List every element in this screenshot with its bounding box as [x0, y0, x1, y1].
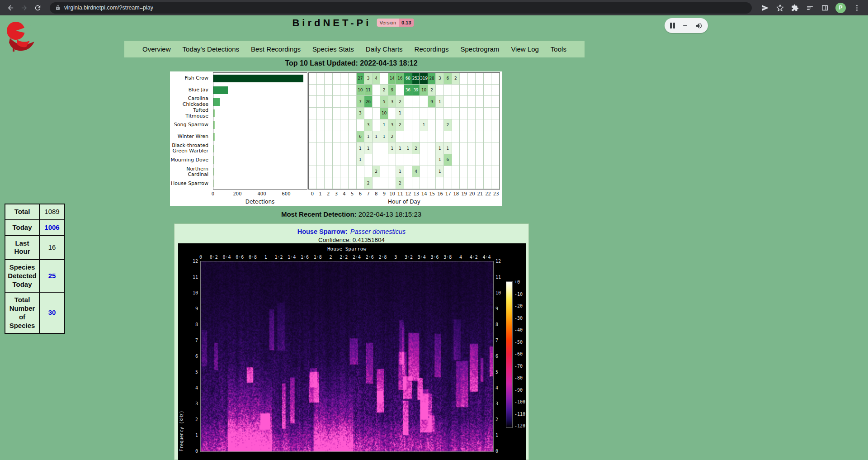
freq-tick-left: 5 [186, 370, 198, 375]
stats-label: Total [5, 204, 39, 220]
stats-value[interactable]: 25 [39, 260, 65, 292]
heatmap-cell [349, 73, 357, 85]
bar-row [213, 166, 307, 178]
heatmap-cell [420, 96, 428, 108]
heatmap-cell [333, 131, 341, 143]
hour-tick: 5 [351, 191, 354, 196]
heatmap-cell [333, 96, 341, 108]
nav-item-spectrogram[interactable]: Spectrogram [460, 45, 499, 53]
heatmap-cell [428, 142, 436, 154]
back-button[interactable] [5, 2, 16, 14]
time-tick: 0·2 [210, 255, 218, 260]
heatmap-cell [476, 154, 484, 166]
heatmap-cell: 28 [428, 73, 436, 85]
heatmap-cell: 1 [436, 142, 444, 154]
stats-value[interactable]: 30 [39, 292, 65, 333]
side-panel-icon[interactable] [821, 4, 829, 12]
stats-row-total-number-of-species: Total Number of Species30 [5, 292, 65, 333]
heatmap-cell [388, 154, 396, 166]
heatmap-cell [436, 131, 444, 143]
screen: virginia.birdnetpi.com/?stream=play P [0, 0, 868, 460]
heatmap-cell [491, 85, 500, 96]
heatmap-cell [468, 142, 476, 154]
time-tick: 1·2 [274, 255, 283, 260]
heatmap-cell [460, 142, 468, 154]
time-tick: 2·4 [353, 255, 361, 260]
heatmap-cell [349, 131, 357, 143]
time-tick: 4 [459, 255, 462, 260]
heatmap-cell [484, 85, 492, 96]
heatmap-cell [349, 96, 357, 108]
heatmap-cell [317, 166, 325, 178]
spectrogram-image [201, 261, 493, 451]
freq-tick-right: 8 [495, 322, 507, 327]
nav-item-today-s-detections[interactable]: Today's Detections [183, 45, 239, 53]
heatmap-cell: 68 [404, 73, 412, 85]
heatmap-cell [428, 108, 436, 119]
heatmap-cell [476, 177, 484, 189]
reload-button[interactable] [32, 2, 43, 14]
pause-icon[interactable] [670, 23, 675, 28]
bookmark-star-icon[interactable] [776, 4, 784, 12]
profile-avatar[interactable]: P [835, 3, 846, 13]
species-scientific-name-link[interactable]: Passer domesticus [350, 228, 406, 235]
species-common-name-link[interactable]: House Sparrow: [297, 228, 348, 235]
heatmap-cell [349, 154, 357, 166]
time-tick: 2 [329, 255, 332, 260]
heatmap-cell [364, 154, 373, 166]
nav-item-overview[interactable]: Overview [142, 45, 171, 53]
top10-label: Top 10 Last Updated: [285, 59, 358, 67]
heatmap-cell: 3 [388, 96, 396, 108]
nav-item-best-recordings[interactable]: Best Recordings [251, 45, 301, 53]
heatmap-cell [373, 142, 381, 154]
heatmap-cell: 3 [388, 119, 396, 131]
heatmap-cell [309, 73, 317, 85]
heatmap-cell: 7 [357, 96, 365, 108]
heatmap-cell [340, 85, 349, 96]
nav-item-recordings[interactable]: Recordings [415, 45, 449, 53]
heatmap-cell [452, 154, 460, 166]
bar-row [213, 119, 307, 131]
species-label-house-sparrow: House Sparrow [170, 178, 211, 190]
nav-item-species-stats[interactable]: Species Stats [312, 45, 354, 53]
heatmap-cell [476, 166, 484, 178]
nav-item-view-log[interactable]: View Log [511, 45, 538, 53]
freq-tick-right: 10 [495, 290, 507, 295]
heatmap-cell [340, 154, 349, 166]
menu-kebab-icon[interactable] [853, 4, 861, 12]
heatmap-cell [340, 73, 349, 85]
forward-button[interactable] [18, 2, 30, 14]
audio-player[interactable] [665, 18, 708, 33]
time-tick: 3·8 [443, 255, 452, 260]
stats-label: Species Detected Today [5, 260, 39, 292]
heatmap-cell: 4 [412, 166, 420, 178]
freq-tick-left: 6 [186, 354, 198, 359]
heatmap-cell [491, 142, 500, 154]
freq-tick-right: 1 [495, 433, 507, 438]
time-tick: 1·8 [314, 255, 322, 260]
nav-item-daily-charts[interactable]: Daily Charts [366, 45, 403, 53]
heatmap-cell [340, 166, 349, 178]
volume-icon[interactable] [695, 22, 703, 29]
address-bar[interactable]: virginia.birdnetpi.com/?stream=play [50, 2, 752, 14]
heatmap-cell [309, 119, 317, 131]
heatmap-cell [460, 85, 468, 96]
heatmap-cell [460, 166, 468, 178]
heatmap-cell [349, 108, 357, 119]
heatmap-cell: 1 [396, 108, 404, 119]
reading-list-icon[interactable] [806, 4, 814, 12]
stats-value[interactable]: 1006 [39, 220, 65, 236]
birdnetpi-page: BirdNET-Pi Version0.13 OverviewToday's D… [0, 15, 868, 460]
heatmap-cell [404, 119, 412, 131]
bar [213, 168, 214, 175]
heatmap-cell: 1 [380, 131, 388, 143]
time-tick: 3·4 [418, 255, 426, 260]
heatmap-cell [436, 177, 444, 189]
heatmap-cell: 10 [380, 108, 388, 119]
extensions-icon[interactable] [791, 4, 799, 12]
heatmap-cell: 4 [373, 73, 381, 85]
nav-item-tools[interactable]: Tools [551, 45, 566, 53]
time-tick: 4·2 [470, 255, 478, 260]
send-icon[interactable] [761, 4, 769, 12]
bar [213, 156, 214, 164]
